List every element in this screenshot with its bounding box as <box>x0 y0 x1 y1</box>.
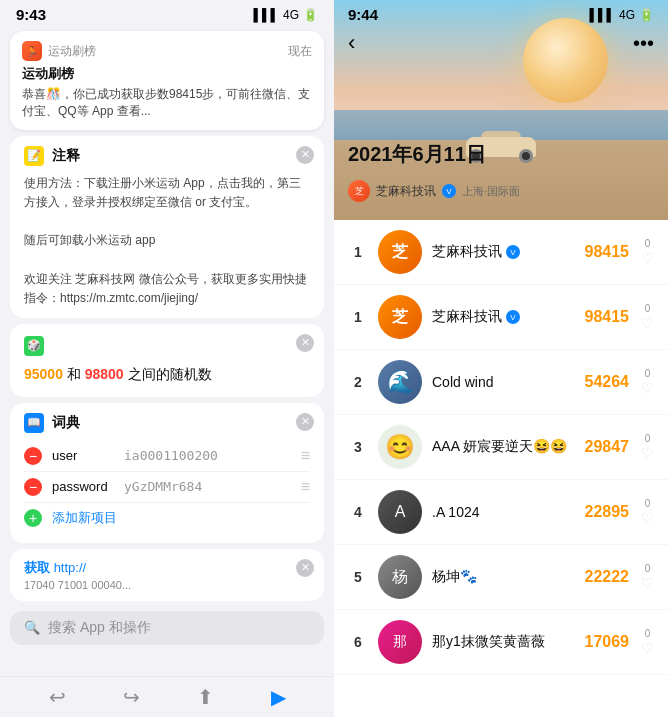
lb-item-6[interactable]: 6 那 那y1抹微笑黄蔷薇 17069 0 ♡ <box>334 610 668 675</box>
search-bar[interactable]: 🔍 搜索 App 和操作 <box>10 611 324 645</box>
lb-score-2: 54264 <box>585 373 630 391</box>
right-signal-icon: ▌▌▌ <box>589 8 615 22</box>
lb-name-text-5: 杨坤🐾 <box>432 568 477 586</box>
lb-heart-3[interactable]: 0 ♡ <box>641 433 654 461</box>
notif-app-icon: 🏃 <box>22 41 42 61</box>
lb-verified-1b: V <box>506 310 520 324</box>
dict-header: 📖 词典 <box>24 413 310 433</box>
lb-heart-icon-5: ♡ <box>641 575 654 591</box>
forward-icon[interactable]: ↪ <box>123 685 140 709</box>
random-num2: 98800 <box>85 366 124 382</box>
lb-avatar-4: A <box>378 490 422 534</box>
lb-name-1: 芝麻科技讯 V <box>432 243 585 261</box>
lb-verified-1: V <box>506 245 520 259</box>
left-panel: 9:43 ▌▌▌ 4G 🔋 🏃 运动刷榜 现在 运动刷榜 恭喜🎊，你已成功获取步… <box>0 0 334 717</box>
play-icon[interactable]: ▶ <box>271 685 286 709</box>
lb-name-1b: 芝麻科技讯 V <box>432 308 585 326</box>
back-button[interactable]: ‹ <box>348 30 355 56</box>
get-close-button[interactable]: ✕ <box>296 559 314 577</box>
get-url-partial: 17040 71001 00040... <box>24 579 310 591</box>
lb-heart-icon-4: ♡ <box>641 510 654 526</box>
dict-value-password: yGzDMMr684 <box>124 479 301 494</box>
battery-icon: 🔋 <box>303 8 318 22</box>
lb-heart-6[interactable]: 0 ♡ <box>641 628 654 656</box>
note-section: ✕ 📝 注释 使用方法：下载注册小米运动 App，点击我的，第三方接入，登录并授… <box>10 136 324 318</box>
dict-plus-button[interactable]: + <box>24 509 42 527</box>
lb-name-5: 杨坤🐾 <box>432 568 585 586</box>
lb-heart-2[interactable]: 0 ♡ <box>641 368 654 396</box>
more-button[interactable]: ••• <box>633 32 654 55</box>
lb-score-3: 29847 <box>585 438 630 456</box>
random-icon: 🎲 <box>24 336 44 356</box>
lb-heart-1b[interactable]: 0 ♡ <box>641 303 654 331</box>
left-status-time: 9:43 <box>16 6 46 23</box>
random-section: ✕ 🎲 95000 和 98800 之间的随机数 <box>10 324 324 397</box>
lb-item-1[interactable]: 1 芝 芝麻科技讯 V 98415 0 ♡ <box>334 220 668 285</box>
lb-heart-count-2: 0 <box>645 368 651 379</box>
lb-rank-5: 5 <box>348 569 368 585</box>
lb-avatar-char-6: 那 <box>393 633 407 651</box>
lb-avatar-1b: 芝 <box>378 295 422 339</box>
notif-header: 🏃 运动刷榜 现在 <box>22 41 312 61</box>
back-icon[interactable]: ↩ <box>49 685 66 709</box>
dict-add-item[interactable]: + 添加新项目 <box>24 503 310 533</box>
date-text: 2021年6月11日 <box>348 141 486 168</box>
dict-handle-password[interactable]: ≡ <box>301 478 310 496</box>
source-subtitle: 上海·国际面 <box>462 184 520 199</box>
lb-heart-count-1b: 0 <box>645 303 651 314</box>
lb-name-text-1b: 芝麻科技讯 <box>432 308 502 326</box>
note-close-button[interactable]: ✕ <box>296 146 314 164</box>
right-status-bar: 9:44 ▌▌▌ 4G 🔋 <box>348 6 654 23</box>
source-name: 芝麻科技讯 <box>376 183 436 200</box>
lb-heart-count-5: 0 <box>645 563 651 574</box>
left-status-icons: ▌▌▌ 4G 🔋 <box>253 8 318 22</box>
get-text: 获取 http:// 17040 71001 00040... <box>24 559 310 591</box>
lb-item-4[interactable]: 4 A .A 1024 22895 0 ♡ <box>334 480 668 545</box>
lb-avatar-char-1b: 芝 <box>392 307 408 328</box>
lb-score-1b: 98415 <box>585 308 630 326</box>
lb-name-2: Cold wind <box>432 374 585 390</box>
lb-name-text-2: Cold wind <box>432 374 493 390</box>
random-header: 🎲 <box>24 336 310 356</box>
lb-rank-6: 6 <box>348 634 368 650</box>
lb-item-5[interactable]: 5 杨 杨坤🐾 22222 0 ♡ <box>334 545 668 610</box>
share-icon[interactable]: ⬆ <box>197 685 214 709</box>
leaderboard: 1 芝 芝麻科技讯 V 98415 0 ♡ 1 芝 芝麻科技讯 V <box>334 220 668 717</box>
lb-heart-count-3: 0 <box>645 433 651 444</box>
network-label: 4G <box>283 8 299 22</box>
lb-heart-4[interactable]: 0 ♡ <box>641 498 654 526</box>
lb-name-text-3: AAA 妍宸要逆天😆😆 <box>432 438 567 456</box>
lb-rank-1b: 1 <box>348 309 368 325</box>
dict-handle-user[interactable]: ≡ <box>301 447 310 465</box>
random-mid: 和 <box>67 366 85 382</box>
dict-minus-password[interactable]: − <box>24 478 42 496</box>
lb-heart-1[interactable]: 0 ♡ <box>641 238 654 266</box>
lb-avatar-char-3: 😊 <box>385 433 415 461</box>
dict-item-password: − password yGzDMMr684 ≡ <box>24 472 310 503</box>
random-suffix: 之间的随机数 <box>128 366 212 382</box>
lb-rank-4: 4 <box>348 504 368 520</box>
lb-item-3[interactable]: 3 😊 AAA 妍宸要逆天😆😆 29847 0 ♡ <box>334 415 668 480</box>
get-label: 获取 <box>24 560 50 575</box>
lb-item-2[interactable]: 2 🌊 Cold wind 54264 0 ♡ <box>334 350 668 415</box>
lb-heart-5[interactable]: 0 ♡ <box>641 563 654 591</box>
random-text: 95000 和 98800 之间的随机数 <box>24 364 310 385</box>
note-line2: 随后可卸载小米运动 app <box>24 231 310 250</box>
notif-title: 运动刷榜 <box>22 65 312 83</box>
lb-rank-2: 2 <box>348 374 368 390</box>
date-overlay: 2021年6月11日 <box>348 141 486 168</box>
lb-item-1b[interactable]: 1 芝 芝麻科技讯 V 98415 0 ♡ <box>334 285 668 350</box>
dict-add-label[interactable]: 添加新项目 <box>52 509 117 527</box>
dict-title: 词典 <box>52 414 80 432</box>
source-avatar: 芝 <box>348 180 370 202</box>
car-wheel-right <box>519 149 533 163</box>
random-close-button[interactable]: ✕ <box>296 334 314 352</box>
lb-name-4: .A 1024 <box>432 504 585 520</box>
search-placeholder-text: 搜索 App 和操作 <box>48 619 151 637</box>
search-icon: 🔍 <box>24 620 40 635</box>
notif-app-name: 运动刷榜 <box>48 43 96 60</box>
source-verified-badge: V <box>442 184 456 198</box>
note-line1: 使用方法：下载注册小米运动 App，点击我的，第三方接入，登录并授权绑定至微信 … <box>24 174 310 212</box>
dict-minus-user[interactable]: − <box>24 447 42 465</box>
dict-close-button[interactable]: ✕ <box>296 413 314 431</box>
